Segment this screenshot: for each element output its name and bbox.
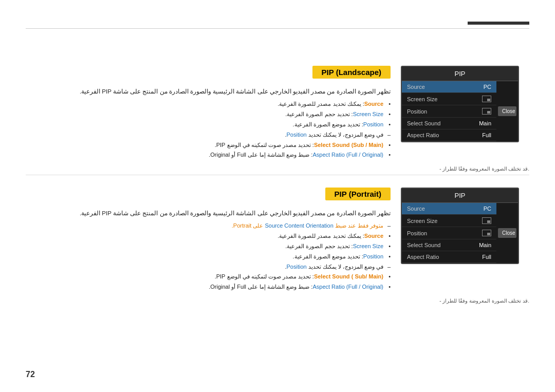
pip-row-screensize-2[interactable]: Screen Size [402, 215, 496, 227]
landscape-pip-box: PIP Source PC Screen Size [401, 66, 519, 142]
top-border-line [26, 28, 529, 29]
list-item: Screen Size: تحديد حجم الصورة الفرعية. [26, 109, 391, 120]
landscape-pip-title: PIP [402, 67, 518, 81]
pip-row-source[interactable]: Source PC [402, 81, 496, 93]
pip-row-aspectratio-2[interactable]: Aspect Ratio Full [402, 251, 496, 263]
list-item: (Sub/ Main ) Select Sound: تحديد مصدر صو… [26, 272, 391, 282]
list-item: Position: تحديد موضع الصورة الفرعية. [26, 120, 391, 130]
portrait-pip-side: Close [496, 203, 518, 263]
landscape-ui: PIP Source PC Screen Size [401, 66, 529, 142]
pip-row-position-2[interactable]: Position [402, 227, 496, 239]
list-item: Screen Size: تحديد حجم الصورة الفرعية. [26, 241, 391, 252]
pip-row-selectsound[interactable]: Select Sound Main [402, 118, 496, 129]
portrait-close-button[interactable]: Close [498, 228, 516, 238]
portrait-intro: تظهر الصورة الصادرة من مصدر الفيديو الخا… [26, 209, 391, 218]
landscape-pip-side: Close [496, 81, 518, 141]
list-item: (Sub / Main) Select Sound: تحديد مصدر صو… [26, 140, 391, 151]
list-item: متوفر فقط عند ضبط Source Content Orienta… [26, 221, 391, 231]
pip-row-position[interactable]: Position [402, 105, 496, 118]
pip-row-selectsound-2[interactable]: Select Sound Main [402, 239, 496, 251]
landscape-intro: تظهر الصورة الصادرة من مصدر الفيديو الخا… [26, 87, 391, 96]
portrait-text: PIP (Portrait) تظهر الصورة الصادرة من مص… [26, 188, 401, 292]
pip-row-screensize[interactable]: Screen Size [402, 93, 496, 105]
portrait-pip-title: PIP [402, 189, 518, 203]
landscape-bullets: Source: يمكنك تحديد مصدر للصورة الفرعية.… [26, 99, 391, 160]
portrait-pip-menu: Source PC Screen Size Position [402, 203, 496, 263]
section-portrait: PIP (Portrait) تظهر الصورة الصادرة من مص… [26, 188, 529, 305]
top-accent-bar [468, 22, 529, 25]
portrait-note: - قد تختلف الصورة المعروضة وفقًا للطراز. [439, 298, 529, 304]
landscape-close-button[interactable]: Close [498, 106, 516, 116]
list-item: Source: يمكنك تحديد مصدر للصورة الفرعية. [26, 231, 391, 241]
portrait-title: PIP (Portrait) [325, 188, 391, 200]
list-item: Position: تحديد موضع الصورة الفرعية. [26, 252, 391, 262]
portrait-ui: PIP Source PC Screen Size [401, 188, 529, 264]
section-divider [26, 175, 529, 175]
list-item: Source: يمكنك تحديد مصدر للصورة الفرعية. [26, 99, 391, 109]
portrait-pip-box: PIP Source PC Screen Size [401, 188, 519, 264]
list-item: (Full / Original) Aspect Ratio: ضبط وضع … [26, 150, 391, 160]
section-landscape: PIP (Landscape) تظهر الصورة الصادرة من م… [26, 66, 529, 173]
list-item: (Full / Original) Aspect Ratio: ضبط وضع … [26, 282, 391, 292]
landscape-title: PIP (Landscape) [312, 66, 391, 79]
pip-row-aspectratio[interactable]: Aspect Ratio Full [402, 129, 496, 141]
list-item: في وضع المزدوج، لا يمكنك تحديد Position. [26, 130, 391, 140]
landscape-text: PIP (Landscape) تظهر الصورة الصادرة من م… [26, 66, 401, 160]
pip-row-source-2[interactable]: Source PC [402, 203, 496, 215]
landscape-note: - قد تختلف الصورة المعروضة وفقًا للطراز. [439, 166, 529, 172]
list-item: في وضع المزدوج، لا يمكنك تحديد Position. [26, 262, 391, 272]
landscape-pip-menu: Source PC Screen Size Position [402, 81, 496, 141]
portrait-bullets: متوفر فقط عند ضبط Source Content Orienta… [26, 221, 391, 292]
page-number: 72 [26, 370, 35, 379]
